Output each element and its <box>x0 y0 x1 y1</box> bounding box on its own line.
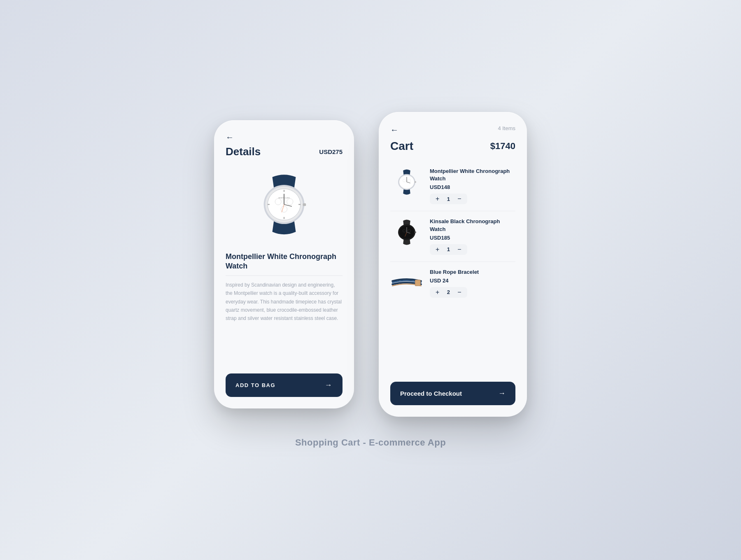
cart-items-count: 4 Items <box>498 125 515 131</box>
page-label: Shopping Cart - E-commerce App <box>295 437 446 448</box>
watch-white-illustration: MONTPELLIER <box>245 170 323 238</box>
svg-rect-31 <box>416 280 420 285</box>
cart-item-info: Kinsale Black Chronograph Watch USD185 +… <box>430 218 515 254</box>
cart-item: Montpellier White Chronograph Watch USD1… <box>390 161 515 211</box>
details-phone: ← Details USD275 <box>214 120 354 408</box>
qty-decrease-button[interactable]: − <box>456 195 463 203</box>
cart-item-price: USD148 <box>430 184 515 190</box>
cart-title: Cart <box>390 140 413 153</box>
cart-item-info: Blue Rope Bracelet USD 24 + 2 − <box>430 268 515 298</box>
qty-decrease-button[interactable]: − <box>456 289 463 296</box>
cart-item-name: Blue Rope Bracelet <box>430 268 515 276</box>
qty-value: 2 <box>445 289 452 295</box>
cart-item-price: USD185 <box>430 235 515 241</box>
cart-item-info: Montpellier White Chronograph Watch USD1… <box>430 168 515 204</box>
cart-item-image <box>390 218 423 247</box>
divider <box>226 275 343 276</box>
cart-item-price: USD 24 <box>430 278 515 284</box>
svg-rect-13 <box>303 203 306 206</box>
cart-item-image <box>390 168 423 196</box>
checkout-arrow-icon: → <box>498 389 506 398</box>
quantity-control: + 2 − <box>430 287 467 298</box>
add-to-bag-button[interactable]: ADD TO BAG → <box>226 373 343 397</box>
details-title: Details <box>226 145 261 158</box>
svg-text:MONTPELLIER: MONTPELLIER <box>279 197 290 199</box>
qty-increase-button[interactable]: + <box>434 289 441 296</box>
details-header: Details USD275 <box>226 145 343 158</box>
qty-value: 1 <box>445 246 452 252</box>
watch-image-container: MONTPELLIER <box>226 163 343 245</box>
checkout-label: Proceed to Checkout <box>400 390 462 397</box>
qty-decrease-button[interactable]: − <box>456 246 463 253</box>
cart-item: Kinsale Black Chronograph Watch USD185 +… <box>390 211 515 261</box>
quantity-control: + 1 − <box>430 244 467 255</box>
details-back-button[interactable]: ← <box>226 133 343 142</box>
details-price: USD275 <box>319 148 343 155</box>
add-to-bag-arrow-icon: → <box>325 381 333 390</box>
product-description: Inspired by Scandinavian design and engi… <box>226 281 343 367</box>
quantity-control: + 1 − <box>430 194 467 204</box>
cart-total: $1740 <box>490 141 515 152</box>
product-name: Montpellier White Chronograph Watch <box>226 252 343 271</box>
qty-increase-button[interactable]: + <box>434 246 441 253</box>
cart-back-button[interactable]: ← <box>390 125 398 135</box>
cart-item-image <box>390 268 423 297</box>
svg-rect-21 <box>415 181 416 183</box>
checkout-button[interactable]: Proceed to Checkout → <box>390 382 515 405</box>
cart-item-name: Montpellier White Chronograph Watch <box>430 168 515 182</box>
svg-rect-29 <box>415 232 416 233</box>
phones-container: ← Details USD275 <box>214 112 527 417</box>
qty-value: 1 <box>445 196 452 202</box>
cart-items-list: Montpellier White Chronograph Watch USD1… <box>390 161 515 377</box>
cart-top-row: ← 4 Items <box>390 125 515 138</box>
cart-header: Cart $1740 <box>390 140 515 153</box>
cart-phone: ← 4 Items Cart $1740 <box>379 112 527 417</box>
qty-increase-button[interactable]: + <box>434 195 441 203</box>
add-to-bag-label: ADD TO BAG <box>235 382 275 388</box>
cart-item-name: Kinsale Black Chronograph Watch <box>430 218 515 233</box>
cart-item: Blue Rope Bracelet USD 24 + 2 − <box>390 262 515 304</box>
